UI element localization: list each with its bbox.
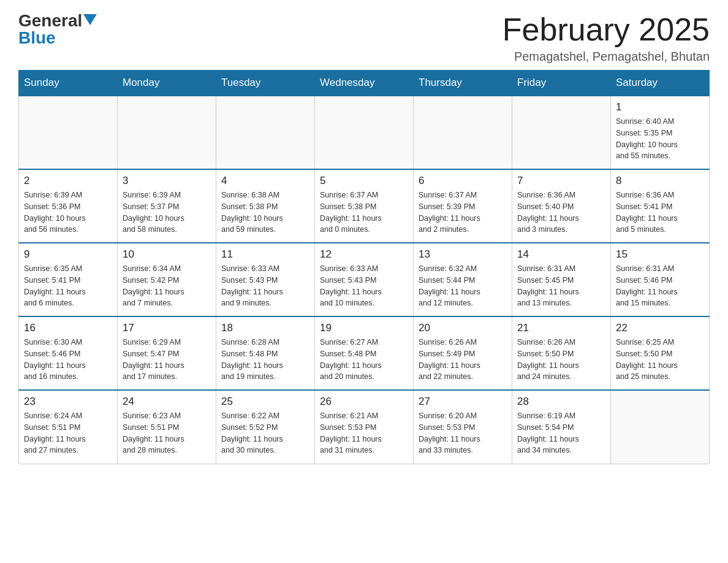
calendar-cell: 23Sunrise: 6:24 AM Sunset: 5:51 PM Dayli…: [19, 390, 118, 464]
svg-marker-0: [83, 14, 97, 25]
day-number: 13: [419, 248, 507, 261]
calendar-cell: 10Sunrise: 6:34 AM Sunset: 5:42 PM Dayli…: [118, 243, 216, 316]
calendar-cell: [216, 96, 315, 169]
calendar-cell: 19Sunrise: 6:27 AM Sunset: 5:48 PM Dayli…: [315, 316, 414, 390]
calendar-cell: [414, 96, 512, 169]
day-info: Sunrise: 6:27 AM Sunset: 5:48 PM Dayligh…: [320, 338, 382, 381]
day-number: 25: [221, 396, 309, 408]
day-number: 28: [517, 396, 605, 408]
calendar-cell: 25Sunrise: 6:22 AM Sunset: 5:52 PM Dayli…: [216, 390, 315, 464]
calendar-cell: 1Sunrise: 6:40 AM Sunset: 5:35 PM Daylig…: [611, 96, 710, 169]
day-info: Sunrise: 6:20 AM Sunset: 5:53 PM Dayligh…: [419, 412, 480, 454]
day-number: 3: [123, 175, 211, 187]
calendar-cell: 8Sunrise: 6:36 AM Sunset: 5:41 PM Daylig…: [611, 169, 710, 243]
day-info: Sunrise: 6:32 AM Sunset: 5:44 PM Dayligh…: [419, 264, 480, 307]
calendar-cell: 22Sunrise: 6:25 AM Sunset: 5:50 PM Dayli…: [611, 316, 710, 390]
day-info: Sunrise: 6:25 AM Sunset: 5:50 PM Dayligh…: [616, 338, 678, 381]
day-info: Sunrise: 6:28 AM Sunset: 5:48 PM Dayligh…: [221, 338, 283, 381]
day-number: 8: [616, 175, 704, 187]
calendar-table: SundayMondayTuesdayWednesdayThursdayFrid…: [18, 70, 710, 464]
calendar-cell: 14Sunrise: 6:31 AM Sunset: 5:45 PM Dayli…: [512, 243, 611, 316]
weekday-header-tuesday: Tuesday: [216, 71, 315, 96]
calendar-cell: [19, 96, 118, 169]
week-row-2: 2Sunrise: 6:39 AM Sunset: 5:36 PM Daylig…: [19, 169, 710, 243]
day-info: Sunrise: 6:40 AM Sunset: 5:35 PM Dayligh…: [616, 117, 678, 160]
day-info: Sunrise: 6:39 AM Sunset: 5:37 PM Dayligh…: [123, 191, 184, 234]
calendar-cell: 13Sunrise: 6:32 AM Sunset: 5:44 PM Dayli…: [414, 243, 512, 316]
week-row-1: 1Sunrise: 6:40 AM Sunset: 5:35 PM Daylig…: [19, 96, 710, 169]
day-number: 1: [616, 101, 704, 113]
day-info: Sunrise: 6:37 AM Sunset: 5:39 PM Dayligh…: [419, 191, 480, 234]
day-info: Sunrise: 6:34 AM Sunset: 5:42 PM Dayligh…: [123, 264, 184, 307]
day-number: 2: [24, 175, 112, 187]
day-number: 9: [24, 248, 112, 261]
logo-general-text: General: [18, 12, 82, 29]
day-info: Sunrise: 6:19 AM Sunset: 5:54 PM Dayligh…: [517, 412, 579, 454]
day-info: Sunrise: 6:33 AM Sunset: 5:43 PM Dayligh…: [221, 264, 283, 307]
day-info: Sunrise: 6:21 AM Sunset: 5:53 PM Dayligh…: [320, 412, 382, 454]
logo-arrow-icon: [83, 14, 97, 25]
weekday-header-friday: Friday: [512, 71, 611, 96]
day-number: 27: [419, 396, 507, 408]
calendar-cell: 18Sunrise: 6:28 AM Sunset: 5:48 PM Dayli…: [216, 316, 315, 390]
logo: General Blue: [18, 12, 97, 47]
calendar-cell: [315, 96, 414, 169]
day-number: 17: [123, 322, 211, 334]
day-number: 6: [419, 175, 507, 187]
calendar-cell: 20Sunrise: 6:26 AM Sunset: 5:49 PM Dayli…: [414, 316, 512, 390]
calendar-cell: 28Sunrise: 6:19 AM Sunset: 5:54 PM Dayli…: [512, 390, 611, 464]
day-info: Sunrise: 6:33 AM Sunset: 5:43 PM Dayligh…: [320, 264, 382, 307]
day-info: Sunrise: 6:29 AM Sunset: 5:47 PM Dayligh…: [123, 338, 184, 381]
day-number: 14: [517, 248, 605, 261]
day-info: Sunrise: 6:38 AM Sunset: 5:38 PM Dayligh…: [221, 191, 283, 234]
weekday-header-monday: Monday: [118, 71, 216, 96]
calendar-cell: 17Sunrise: 6:29 AM Sunset: 5:47 PM Dayli…: [118, 316, 216, 390]
day-info: Sunrise: 6:36 AM Sunset: 5:40 PM Dayligh…: [517, 191, 579, 234]
day-number: 7: [517, 175, 605, 187]
calendar-body: 1Sunrise: 6:40 AM Sunset: 5:35 PM Daylig…: [19, 96, 710, 464]
calendar-cell: [512, 96, 611, 169]
day-number: 24: [123, 396, 211, 408]
day-info: Sunrise: 6:31 AM Sunset: 5:45 PM Dayligh…: [517, 264, 579, 307]
weekday-header-row: SundayMondayTuesdayWednesdayThursdayFrid…: [19, 71, 710, 96]
day-info: Sunrise: 6:39 AM Sunset: 5:36 PM Dayligh…: [24, 191, 86, 234]
calendar-cell: 15Sunrise: 6:31 AM Sunset: 5:46 PM Dayli…: [611, 243, 710, 316]
day-info: Sunrise: 6:35 AM Sunset: 5:41 PM Dayligh…: [24, 264, 86, 307]
page-header: General Blue February 2025 Pemagatshel, …: [18, 12, 710, 64]
weekday-header-sunday: Sunday: [19, 71, 118, 96]
calendar-cell: 24Sunrise: 6:23 AM Sunset: 5:51 PM Dayli…: [118, 390, 216, 464]
calendar-cell: 7Sunrise: 6:36 AM Sunset: 5:40 PM Daylig…: [512, 169, 611, 243]
day-number: 4: [221, 175, 309, 187]
day-number: 26: [320, 396, 408, 408]
day-info: Sunrise: 6:30 AM Sunset: 5:46 PM Dayligh…: [24, 338, 86, 381]
day-number: 21: [517, 322, 605, 334]
day-info: Sunrise: 6:22 AM Sunset: 5:52 PM Dayligh…: [221, 412, 283, 454]
week-row-4: 16Sunrise: 6:30 AM Sunset: 5:46 PM Dayli…: [19, 316, 710, 390]
day-number: 16: [24, 322, 112, 334]
day-number: 23: [24, 396, 112, 408]
logo-blue-text: Blue: [18, 28, 56, 47]
weekday-header-saturday: Saturday: [611, 71, 710, 96]
calendar-cell: 12Sunrise: 6:33 AM Sunset: 5:43 PM Dayli…: [315, 243, 414, 316]
day-info: Sunrise: 6:26 AM Sunset: 5:49 PM Dayligh…: [419, 338, 480, 381]
calendar-cell: 5Sunrise: 6:37 AM Sunset: 5:38 PM Daylig…: [315, 169, 414, 243]
day-number: 20: [419, 322, 507, 334]
calendar-cell: 27Sunrise: 6:20 AM Sunset: 5:53 PM Dayli…: [414, 390, 512, 464]
week-row-5: 23Sunrise: 6:24 AM Sunset: 5:51 PM Dayli…: [19, 390, 710, 464]
calendar-cell: 26Sunrise: 6:21 AM Sunset: 5:53 PM Dayli…: [315, 390, 414, 464]
day-number: 22: [616, 322, 704, 334]
weekday-header-wednesday: Wednesday: [315, 71, 414, 96]
day-number: 19: [320, 322, 408, 334]
day-number: 15: [616, 248, 704, 261]
calendar-subtitle: Pemagatshel, Pemagatshel, Bhutan: [502, 50, 710, 64]
week-row-3: 9Sunrise: 6:35 AM Sunset: 5:41 PM Daylig…: [19, 243, 710, 316]
calendar-cell: 2Sunrise: 6:39 AM Sunset: 5:36 PM Daylig…: [19, 169, 118, 243]
day-number: 18: [221, 322, 309, 334]
calendar-title: February 2025: [502, 12, 710, 47]
day-number: 12: [320, 248, 408, 261]
calendar-cell: [611, 390, 710, 464]
calendar-cell: 16Sunrise: 6:30 AM Sunset: 5:46 PM Dayli…: [19, 316, 118, 390]
day-info: Sunrise: 6:23 AM Sunset: 5:51 PM Dayligh…: [123, 412, 184, 454]
weekday-header-thursday: Thursday: [414, 71, 512, 96]
day-info: Sunrise: 6:36 AM Sunset: 5:41 PM Dayligh…: [616, 191, 678, 234]
